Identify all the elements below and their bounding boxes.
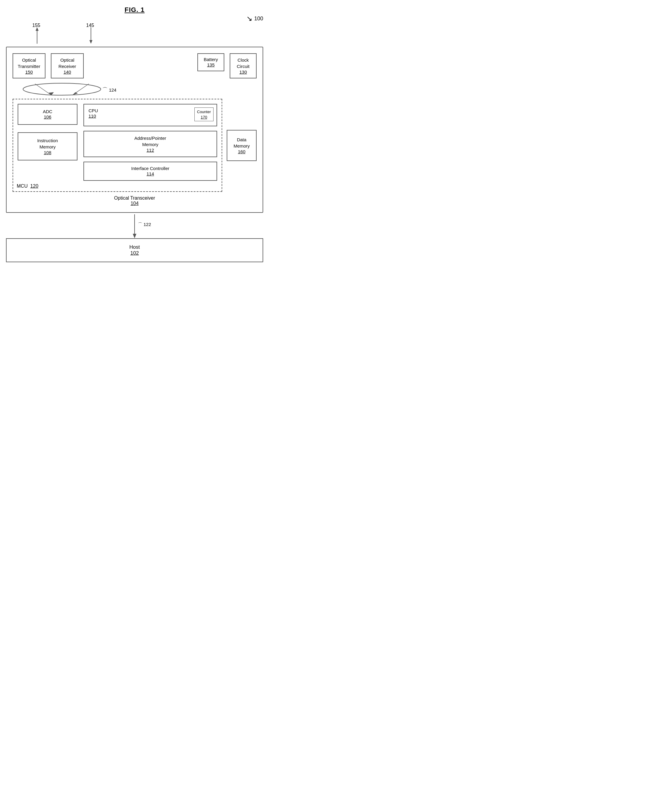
- cpu-label: CPU: [89, 108, 98, 113]
- battery-box: Battery 135: [197, 53, 224, 71]
- lens-ref-label: ⌒ 124: [102, 86, 116, 93]
- label-122: ⌒ 122: [138, 222, 151, 227]
- svg-marker-3: [89, 40, 92, 44]
- data-memory-label: DataMemory: [234, 137, 250, 149]
- svg-marker-1: [36, 27, 38, 31]
- cpu-box: CPU 110 Counter 170: [83, 104, 217, 126]
- lens-area: ⌒ 124: [13, 81, 256, 97]
- battery-label: Battery: [204, 57, 218, 62]
- counter-box: Counter 170: [194, 107, 213, 121]
- address-pointer-label: Address/PointerMemory: [134, 136, 166, 147]
- counter-label: Counter: [197, 110, 211, 114]
- optical-transmitter-label: OpticalTransmitter: [18, 57, 40, 69]
- optical-transceiver-label: Optical Transceiver: [114, 195, 155, 201]
- address-pointer-memory-box: Address/PointerMemory 112: [83, 131, 217, 157]
- svg-line-5: [35, 84, 51, 95]
- instruction-memory-box: InstructionMemory 108: [18, 132, 78, 160]
- curve-arrow-icon: ↙: [247, 14, 252, 23]
- page: FIG. 1 ↙ 100 155 145 OpticalTransmitter …: [6, 6, 263, 262]
- address-pointer-ref: 112: [147, 148, 154, 153]
- arrow-155-icon: [34, 27, 40, 44]
- host-ref: 102: [131, 250, 139, 256]
- outer-system-box: OpticalTransmitter 150 OpticalReceiver 1…: [6, 47, 263, 213]
- adc-box: ADC 106: [18, 104, 78, 125]
- adc-ref: 106: [44, 114, 51, 120]
- data-memory-ref: 160: [238, 149, 245, 154]
- data-memory-box: DataMemory 160: [227, 130, 256, 161]
- mcu-right-col: CPU 110 Counter 170 Address/PointerMemor…: [83, 104, 217, 181]
- mcu-label: MCU 120: [17, 184, 38, 189]
- clock-circuit-ref: 130: [239, 69, 247, 75]
- svg-marker-10: [133, 234, 136, 238]
- counter-ref: 170: [201, 115, 207, 120]
- optical-receiver-box: OpticalReceiver 140: [51, 53, 84, 78]
- instruction-memory-ref: 108: [44, 150, 51, 155]
- optical-transmitter-box: OpticalTransmitter 150: [13, 53, 45, 78]
- interface-controller-label: Interface Controller: [131, 166, 170, 171]
- optical-receiver-label: OpticalReceiver: [58, 57, 76, 69]
- adc-label: ADC: [43, 109, 53, 114]
- cpu-ref: 110: [89, 113, 96, 118]
- optical-transceiver-area: Optical Transceiver 104: [13, 195, 256, 206]
- ref-100-label: ↙ 100: [247, 14, 263, 23]
- mcu-interior: ADC 106 InstructionMemory 108: [18, 104, 217, 181]
- svg-point-4: [23, 83, 101, 95]
- battery-ref: 135: [207, 62, 215, 67]
- mcu-box: ADC 106 InstructionMemory 108: [13, 99, 222, 192]
- arrow-145-icon: [88, 27, 94, 44]
- interface-controller-box: Interface Controller 114: [83, 161, 217, 181]
- lens-svg: [13, 81, 138, 97]
- optical-receiver-ref: 140: [64, 69, 71, 75]
- host-box: Host 102: [6, 238, 263, 262]
- figure-title: FIG. 1: [6, 6, 263, 14]
- mcu-left-col: ADC 106 InstructionMemory 108: [18, 104, 78, 181]
- clock-circuit-box: ClockCircuit 130: [230, 53, 256, 78]
- mcu-area: ADC 106 InstructionMemory 108: [13, 99, 256, 192]
- optical-transmitter-ref: 150: [25, 69, 33, 75]
- instruction-memory-label: InstructionMemory: [37, 138, 58, 149]
- interface-controller-ref: 114: [147, 171, 154, 176]
- host-label: Host: [129, 244, 140, 250]
- connection-122-area: ⌒ 122: [6, 214, 263, 238]
- optical-transceiver-ref: 104: [131, 201, 139, 206]
- clock-circuit-label: ClockCircuit: [237, 57, 250, 69]
